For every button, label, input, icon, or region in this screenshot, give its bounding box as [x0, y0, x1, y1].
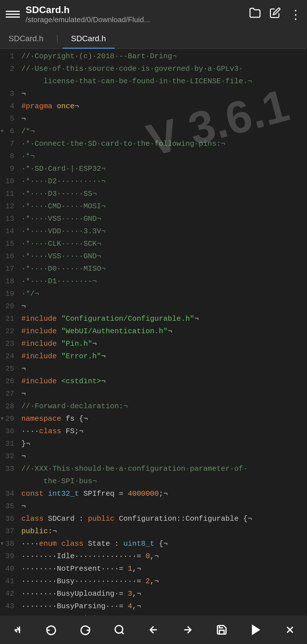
- line-9: 9 ·*·SD·Card·|·ESP32¬: [0, 162, 307, 175]
- undo-button[interactable]: [40, 618, 63, 641]
- run-button[interactable]: [244, 618, 267, 641]
- line-35: 35 ¬: [0, 500, 307, 512]
- edit-icon[interactable]: [269, 7, 281, 22]
- filename: SDCard.h: [26, 4, 243, 15]
- line-25: 25 ¬: [0, 362, 307, 375]
- line-8: 8 ·*¬: [0, 150, 307, 162]
- save-button[interactable]: [210, 618, 233, 641]
- line-5: 5 ¬: [0, 112, 307, 125]
- line-18: 18 ·*····D1·······-¬: [0, 275, 307, 287]
- svg-marker-5: [252, 626, 259, 634]
- line-4: 4 #pragma once¬: [0, 100, 307, 112]
- line-22: 22 #include "WebUI/Authentication.h"¬: [0, 325, 307, 337]
- line-41: 41 ········Busy··············= 2,¬: [0, 575, 307, 587]
- line-13: 13 ·*····VSS·····GND¬: [0, 212, 307, 225]
- line-14: 14 ·*····VDD·····3.3V¬: [0, 225, 307, 237]
- line-15: 15 ·*····CLK·····SCK¬: [0, 237, 307, 250]
- line-21: 21 #include "Configuration/Configurable.…: [0, 312, 307, 325]
- file-path: /storage/emulated/0/Download/Fluid...: [26, 15, 243, 24]
- line-30: 30 ····class FS;¬: [0, 425, 307, 437]
- line-11: 11 ·*····D3······SS¬: [0, 187, 307, 200]
- line-7: 7 ·*·Connect·the·SD·card·to·the·followin…: [0, 137, 307, 150]
- line-33: 33 //·XXX·This·should·be·a·configuration…: [0, 462, 307, 487]
- line-20: 20 ¬: [0, 300, 307, 312]
- line-12: 12 ·*····CMD·····MOSI¬: [0, 200, 307, 212]
- line-37: 37 public:¬: [0, 525, 307, 537]
- nav-back-button[interactable]: [142, 618, 165, 641]
- line-38: ▼38 ····enum class State : uint8_t {¬: [0, 537, 307, 550]
- svg-line-2: [122, 632, 124, 634]
- search-button[interactable]: [108, 618, 131, 641]
- line-2: 2 //·Use·of·this·source·code·is·governed…: [0, 62, 307, 87]
- nav-forward-button[interactable]: [176, 618, 199, 641]
- line-10: 10 ·*····D2··········¬: [0, 175, 307, 187]
- line-6: ▼6 /*¬: [0, 125, 307, 137]
- close-button[interactable]: [279, 618, 301, 641]
- line-34: 34 const int32_t SPIfreq = 4000000;¬: [0, 487, 307, 500]
- line-29: ▼29 namespace fs {¬: [0, 412, 307, 425]
- title-block: SDCard.h /storage/emulated/0/Download/Fl…: [26, 4, 243, 24]
- header-icons: ⋮: [249, 7, 301, 22]
- line-23: 23 #include "Pin.h"¬: [0, 337, 307, 350]
- tab-divider: |: [52, 28, 63, 49]
- tab-sdcard-1[interactable]: SDCard.h: [0, 28, 52, 49]
- code-editor[interactable]: V 3.6.1 1 //·Copyright·(c)·2018·--Bart·D…: [0, 49, 307, 616]
- svg-point-1: [115, 626, 123, 633]
- line-31: 31 }¬: [0, 437, 307, 450]
- line-16: 16 ·*····VSS·····GND¬: [0, 250, 307, 262]
- menu-button[interactable]: [6, 11, 20, 18]
- line-17: 17 ·*····D0······MISO¬: [0, 262, 307, 275]
- line-43: 43 ········BusyParsing···= 4,¬: [0, 600, 307, 612]
- line-24: 24 #include "Error.h"¬: [0, 350, 307, 362]
- line-44: 44 ········BusyWriting···= 5,¬: [0, 612, 307, 616]
- bottom-toolbar: [0, 616, 307, 644]
- line-42: 42 ········BusyUploading·= 3,¬: [0, 587, 307, 600]
- tab-sdcard-2[interactable]: SDCard.h: [63, 28, 115, 49]
- line-27: 27 ¬: [0, 387, 307, 400]
- redo-button[interactable]: [74, 618, 97, 641]
- top-bar: SDCard.h /storage/emulated/0/Download/Fl…: [0, 0, 307, 28]
- line-39: 39 ········Idle··············= 0,¬: [0, 550, 307, 562]
- line-40: 40 ········NotPresent····= 1,¬: [0, 562, 307, 575]
- line-32: 32 ¬: [0, 450, 307, 462]
- folder-icon[interactable]: [249, 7, 261, 22]
- jump-end-button[interactable]: [6, 618, 28, 641]
- line-1: 1 //·Copyright·(c)·2018·--Bart·Dring¬: [0, 50, 307, 62]
- line-26: 26 #include <cstdint>¬: [0, 375, 307, 387]
- line-36: 36 class SDCard : public Configuration::…: [0, 512, 307, 525]
- tab-bar: SDCard.h | SDCard.h: [0, 28, 307, 49]
- line-28: 28 //·Forward·declaration:¬: [0, 400, 307, 412]
- line-3: 3 ¬: [0, 87, 307, 100]
- line-19: 19 ·*/¬: [0, 287, 307, 300]
- more-icon[interactable]: ⋮: [289, 7, 301, 22]
